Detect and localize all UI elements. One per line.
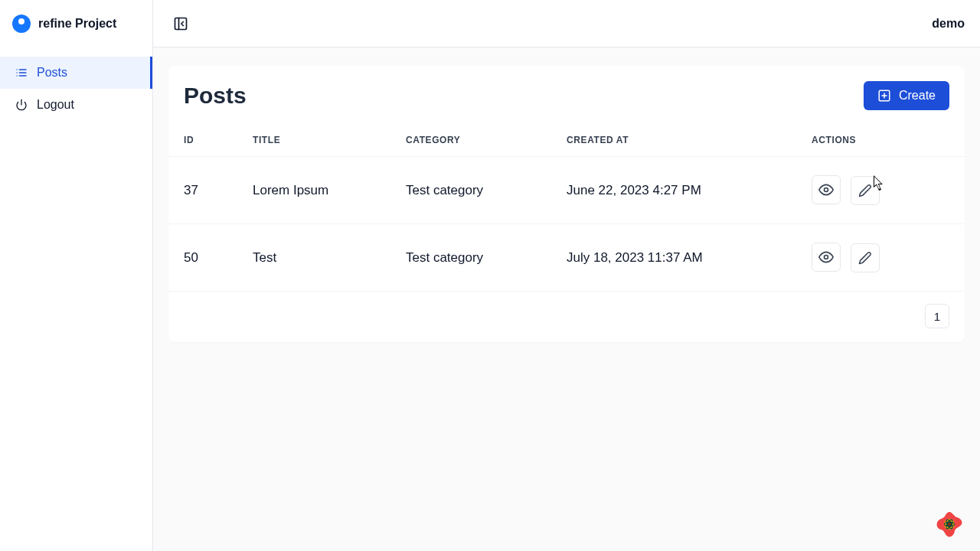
power-icon — [15, 99, 28, 111]
create-button-label: Create — [899, 89, 936, 103]
sidebar-nav: Posts Logout — [0, 47, 152, 121]
sidebar: refine Project Posts Logout — [0, 0, 153, 551]
svg-point-12 — [825, 188, 828, 192]
table-row: 50 Test Test category July 18, 2023 11:3… — [168, 224, 965, 292]
brand-logo[interactable]: refine Project — [0, 0, 152, 47]
cell-created-at: July 18, 2023 11:37 AM — [551, 224, 796, 292]
eye-icon — [818, 249, 834, 265]
pencil-icon — [858, 184, 872, 197]
posts-card: Posts Create ID TITLE CATEGORY — [168, 66, 965, 342]
react-query-devtools-icon[interactable] — [934, 509, 965, 540]
view-button[interactable] — [812, 243, 841, 272]
cell-title: Test — [237, 224, 390, 292]
create-button[interactable]: Create — [864, 81, 949, 110]
sidebar-item-label: Logout — [37, 98, 74, 112]
column-header-actions: ACTIONS — [796, 124, 965, 157]
refine-logo-icon — [12, 15, 31, 33]
page-number[interactable]: 1 — [925, 304, 949, 328]
eye-icon — [818, 182, 834, 197]
cell-id: 37 — [168, 157, 237, 224]
page-title: Posts — [184, 83, 247, 109]
table-row: 37 Lorem Ipsum Test category June 22, 20… — [168, 157, 965, 224]
pencil-icon — [858, 251, 872, 265]
column-header-created-at[interactable]: CREATED AT — [551, 124, 796, 157]
column-header-title[interactable]: TITLE — [237, 124, 390, 157]
plus-square-icon — [877, 89, 891, 103]
cell-created-at: June 22, 2023 4:27 PM — [551, 157, 796, 224]
column-header-id[interactable]: ID — [168, 124, 237, 157]
cell-category: Test category — [390, 224, 551, 292]
cell-category: Test category — [390, 157, 551, 224]
sidebar-item-logout[interactable]: Logout — [0, 89, 152, 121]
sidebar-toggle-button[interactable] — [168, 11, 193, 36]
list-icon — [15, 67, 28, 79]
cell-id: 50 — [168, 224, 237, 292]
sidebar-item-posts[interactable]: Posts — [0, 57, 152, 89]
column-header-category[interactable]: CATEGORY — [390, 124, 551, 157]
edit-button[interactable] — [851, 176, 880, 205]
svg-point-13 — [825, 256, 828, 259]
posts-table: ID TITLE CATEGORY CREATED AT ACTIONS 37 … — [168, 124, 965, 292]
view-button[interactable] — [812, 175, 841, 204]
topbar: demo — [153, 0, 980, 47]
edit-button[interactable] — [851, 243, 880, 272]
cell-title: Lorem Ipsum — [237, 157, 390, 224]
user-name[interactable]: demo — [932, 17, 965, 31]
panel-left-close-icon — [173, 16, 188, 31]
pagination: 1 — [168, 292, 965, 328]
brand-name: refine Project — [38, 17, 116, 31]
sidebar-item-label: Posts — [37, 66, 67, 80]
